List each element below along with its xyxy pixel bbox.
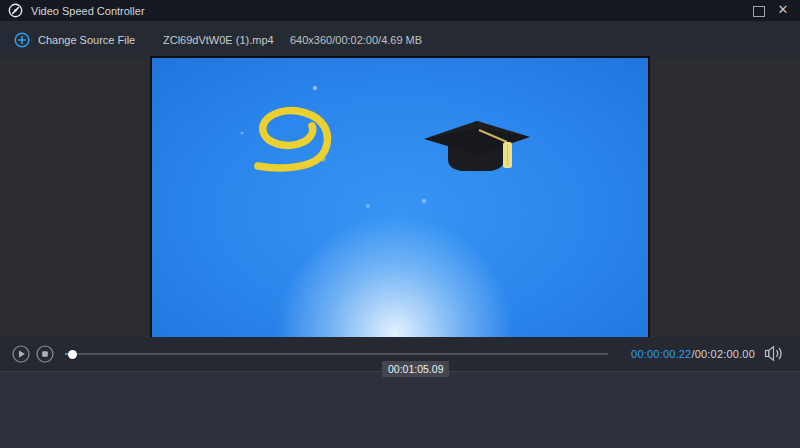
change-source-label: Change Source File: [38, 34, 135, 46]
volume-icon[interactable]: [764, 345, 784, 362]
close-button[interactable]: ✕: [775, 2, 791, 18]
seek-time-tooltip: 00:01:05.09: [382, 361, 449, 377]
time-display: 00:00:00.22/00:02:00.00: [631, 337, 755, 371]
graduation-cap: [424, 121, 530, 171]
stop-button[interactable]: [36, 345, 54, 363]
progress-thumb[interactable]: [68, 350, 77, 359]
seek-slider[interactable]: [65, 345, 608, 363]
change-source-file-button[interactable]: Change Source File: [14, 21, 135, 58]
seek-track[interactable]: [65, 353, 608, 355]
current-time: 00:00:00.22: [631, 348, 691, 360]
plus-circle-icon: [14, 32, 30, 48]
app-logo-speedometer-icon: [8, 3, 23, 18]
file-info-label: 640x360/00:02:00/4.69 MB: [290, 21, 422, 58]
title-bar: Video Speed Controller ✕: [0, 0, 800, 21]
play-button[interactable]: [12, 345, 30, 363]
total-duration: /00:02:00.00: [691, 348, 755, 360]
video-stage: [0, 58, 800, 337]
window-title: Video Speed Controller: [31, 5, 145, 17]
speed-panel: 0.125X 0.25X 0.5X 0.75X 1X 1.25X 1.5X 2X…: [0, 371, 800, 448]
app-window: Video Speed Controller ✕ Change Source F…: [0, 0, 800, 448]
toolbar: Change Source File ZCl69dVtW0E (1).mp4 6…: [0, 21, 800, 58]
maximize-button[interactable]: [753, 6, 765, 17]
filename-label: ZCl69dVtW0E (1).mp4: [163, 21, 274, 58]
yellow-swirl-doodle: [258, 111, 327, 168]
video-artwork: [152, 58, 648, 337]
video-frame: [152, 58, 648, 337]
